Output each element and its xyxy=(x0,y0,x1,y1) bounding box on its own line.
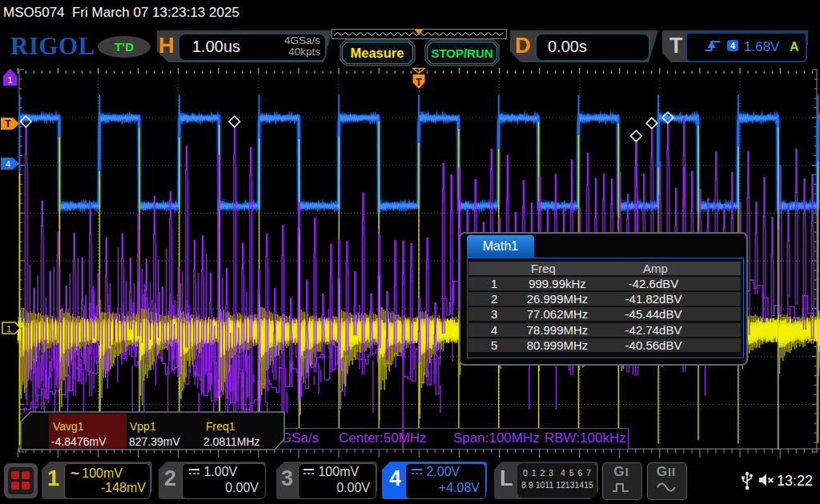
svg-text:4: 4 xyxy=(6,159,10,169)
svg-text:2.0811MHz: 2.0811MHz xyxy=(203,435,260,448)
svg-text:Freq1: Freq1 xyxy=(206,420,235,433)
svg-text:-4.8476mV: -4.8476mV xyxy=(51,435,107,448)
svg-text:Vpp1: Vpp1 xyxy=(130,420,156,433)
svg-text:T: T xyxy=(5,118,11,130)
svg-text:STOP/RUN: STOP/RUN xyxy=(431,46,492,60)
svg-text:T: T xyxy=(416,77,422,88)
svg-text:1: 1 xyxy=(7,75,12,85)
svg-text:827.39mV: 827.39mV xyxy=(129,435,180,448)
svg-text:Measure: Measure xyxy=(351,46,404,60)
svg-text:Vavg1: Vavg1 xyxy=(53,420,84,433)
svg-text:1: 1 xyxy=(6,324,11,334)
